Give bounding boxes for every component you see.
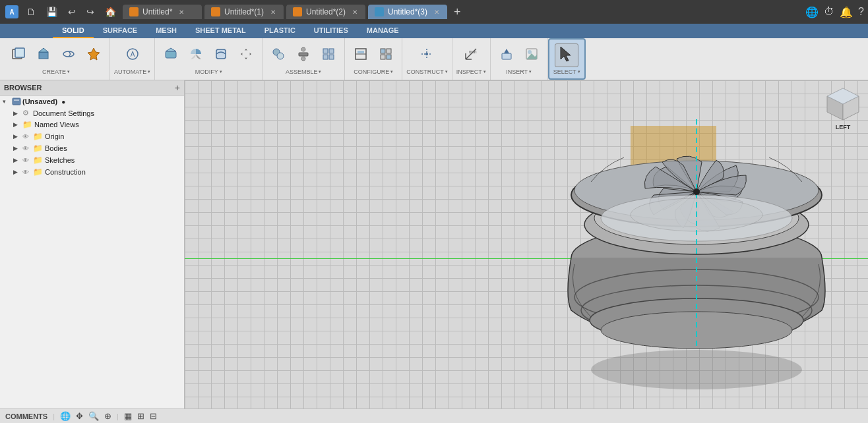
svg-rect-19 [329, 49, 334, 53]
insert-arrow: ▾ [529, 69, 532, 74]
modify-arrow: ▾ [220, 69, 222, 74]
bottom-extra-icon[interactable]: ⊟ [150, 411, 157, 421]
home-button[interactable]: 🏠 [101, 5, 120, 18]
browser-item-origin[interactable]: ▶ 👁 📁 Origin [11, 130, 184, 142]
tab-untitled1[interactable]: Untitled* ✕ [123, 5, 202, 19]
bell-icon[interactable]: 🔔 [840, 6, 853, 18]
tab-icon-2 [211, 7, 220, 16]
svg-rect-24 [357, 51, 364, 53]
inspect-btn[interactable]: mm [459, 43, 483, 67]
bodies-eye-icon[interactable]: 👁 [22, 145, 32, 152]
browser-root[interactable]: ▾ (Unsaved) ● [0, 96, 184, 107]
bottom-orbit-icon[interactable]: 🌐 [60, 411, 71, 421]
tab-solid[interactable]: SOLID [53, 24, 94, 38]
select-btn[interactable] [555, 43, 578, 67]
save-button[interactable]: 💾 [42, 5, 61, 18]
bodies-arrow-icon: ▶ [13, 145, 21, 152]
configure-btn2[interactable] [374, 43, 398, 67]
clock-icon[interactable]: ⏱ [824, 6, 834, 18]
bottom-display-icon[interactable]: ⊞ [137, 411, 144, 421]
configure-icon2 [379, 47, 393, 63]
modify-icon1 [164, 47, 178, 63]
extrude-icon [36, 47, 51, 63]
extrude-button[interactable] [32, 43, 55, 67]
svg-point-16 [301, 47, 305, 51]
view-cube[interactable]: LEFT [823, 86, 863, 138]
bottom-zoom-icon[interactable]: 🔍 [88, 411, 99, 421]
new-component-button[interactable] [7, 43, 30, 67]
bottombar-sep1: | [53, 412, 55, 420]
bottom-pan-icon[interactable]: ✥ [76, 411, 83, 421]
tab-surface[interactable]: SURFACE [94, 24, 147, 38]
tab-icon-1 [129, 7, 139, 16]
browser-item-named-views[interactable]: ▶ 📁 Named Views [11, 119, 184, 130]
tab-close-1[interactable]: ✕ [179, 9, 184, 16]
assemble-btn2[interactable] [292, 43, 315, 67]
sketches-eye-icon[interactable]: 👁 [22, 157, 32, 164]
new-button[interactable]: 🗋 [22, 5, 40, 18]
origin-label: Origin [45, 132, 64, 140]
svg-point-39 [528, 50, 532, 54]
tab-close-4[interactable]: ✕ [434, 9, 439, 16]
tab-utilities[interactable]: UTILITIES [305, 24, 357, 38]
redo-button[interactable]: ↪ [82, 5, 98, 18]
assemble-btn1[interactable] [266, 43, 290, 67]
svg-marker-7 [88, 48, 100, 60]
insert-btn1[interactable] [495, 43, 518, 67]
browser-title: BROWSER [4, 84, 42, 92]
tab-plastic[interactable]: PLASTIC [255, 24, 305, 38]
modify-icon2 [189, 47, 203, 63]
construct-btn[interactable] [415, 43, 439, 67]
browser-item-sketches[interactable]: ▶ 👁 📁 Sketches [11, 154, 184, 166]
svg-rect-18 [323, 49, 328, 53]
tab-manage[interactable]: MANAGE [357, 24, 408, 38]
tab-untitled4[interactable]: Untitled*(3) ✕ [368, 5, 447, 19]
tab-close-2[interactable]: ✕ [270, 9, 276, 16]
select-arrow: ▾ [578, 69, 580, 74]
special-button[interactable] [82, 43, 106, 67]
automate-button[interactable]: A [121, 43, 144, 67]
assemble-label: ASSEMBLE ▾ [286, 69, 322, 75]
construction-eye-icon[interactable]: 👁 [22, 169, 32, 176]
tab-sheet-metal[interactable]: SHEET METAL [186, 24, 255, 38]
3d-model-svg [538, 86, 855, 403]
inspect-arrow: ▾ [483, 69, 486, 74]
tab-close-3[interactable]: ✕ [352, 9, 357, 16]
origin-folder-icon: 📁 [33, 132, 44, 141]
bottom-grid-icon[interactable]: ▦ [124, 411, 132, 421]
insert-btn2[interactable] [520, 43, 543, 67]
browser-item-doc-settings[interactable]: ▶ ⚙ Document Settings [11, 107, 184, 119]
help-icon[interactable]: ? [858, 6, 864, 18]
browser-item-bodies[interactable]: ▶ 👁 📁 Bodies [11, 142, 184, 154]
modify-label: MODIFY ▾ [195, 69, 222, 75]
undo-button[interactable]: ↩ [64, 5, 80, 18]
svg-rect-43 [14, 99, 19, 101]
svg-rect-25 [381, 49, 385, 53]
tab-untitled3[interactable]: Untitled*(2) ✕ [286, 5, 365, 19]
automate-label: AUTOMATE ▾ [114, 69, 150, 75]
nav-icons: 🌐 ⏱ 🔔 ? [805, 6, 864, 18]
tab-untitled2[interactable]: Untitled*(1) ✕ [204, 5, 284, 19]
toolbar: CREATE ▾ A AUTOMATE ▾ [0, 38, 868, 80]
svg-marker-37 [504, 49, 509, 53]
assemble-btn3[interactable] [317, 43, 340, 67]
doc-settings-label: Document Settings [33, 109, 94, 117]
move-button[interactable] [234, 43, 258, 67]
configure-btn1[interactable] [349, 43, 373, 67]
modify-btn1[interactable] [159, 43, 183, 67]
root-label: (Unsaved) [22, 98, 57, 105]
move-icon [239, 47, 253, 63]
browser-item-construction[interactable]: ▶ 👁 📁 Construction [11, 166, 184, 178]
browser-expand-button[interactable]: + [175, 82, 180, 93]
svg-point-6 [63, 51, 74, 57]
viewport[interactable]: LEFT [185, 80, 868, 409]
globe-icon[interactable]: 🌐 [805, 6, 819, 18]
origin-eye-icon[interactable]: 👁 [22, 133, 32, 140]
construct-icon [419, 47, 434, 63]
modify-btn2[interactable] [184, 43, 208, 67]
bottom-zoom-fit-icon[interactable]: ⊕ [104, 411, 111, 421]
new-tab-button[interactable]: + [450, 5, 465, 19]
tab-mesh[interactable]: MESH [146, 24, 186, 38]
revolve-button[interactable] [57, 43, 80, 67]
modify-btn3[interactable] [209, 43, 233, 67]
